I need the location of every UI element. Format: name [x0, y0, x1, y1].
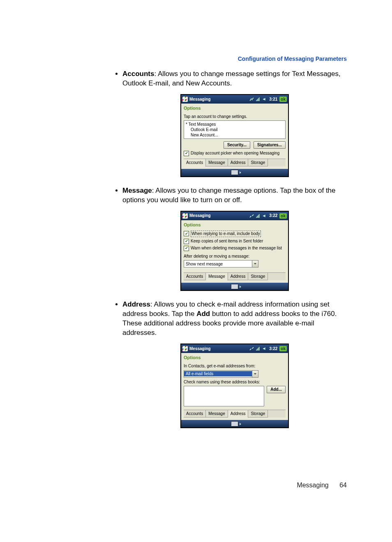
speaker-icon — [263, 214, 267, 218]
bullet-accounts-term: Accounts — [122, 70, 154, 78]
checkbox-account-picker[interactable] — [184, 151, 189, 156]
screenshot-message: Messaging 3:22 ok Options When replying … — [180, 211, 289, 291]
combo-value: Show next message — [184, 261, 252, 267]
checkbox-label: Display account picker when opening Mess… — [191, 150, 279, 156]
tab-message[interactable]: Message — [206, 159, 228, 166]
tab-storage[interactable]: Storage — [248, 273, 268, 280]
connectivity-icon — [249, 346, 254, 351]
checkbox-include-body[interactable] — [184, 231, 189, 236]
keyboard-icon[interactable] — [231, 421, 238, 427]
bullet-address-term: Address — [122, 300, 150, 308]
keyboard-icon[interactable] — [231, 170, 238, 175]
after-delete-combo[interactable]: Show next message — [184, 260, 258, 268]
start-icon — [182, 97, 188, 102]
signal-icon — [256, 346, 261, 351]
ok-button[interactable]: ok — [279, 346, 287, 351]
signal-icon — [256, 214, 261, 218]
titlebar-title: Messaging — [189, 346, 211, 352]
tabstrip: Accounts Message Address Storage — [184, 410, 286, 417]
list-item[interactable]: Outlook E-mail — [186, 127, 284, 132]
tabstrip: Accounts Message Address Storage — [184, 159, 286, 166]
tab-address[interactable]: Address — [228, 159, 249, 166]
sip-bar — [181, 420, 288, 427]
connectivity-icon — [249, 214, 254, 218]
tab-storage[interactable]: Storage — [248, 159, 268, 166]
titlebar-title: Messaging — [189, 213, 211, 219]
page-footer: Messaging 64 — [115, 482, 347, 489]
bullet-message-desc: : Allows you to change message options. … — [122, 187, 336, 204]
chevron-down-icon[interactable] — [252, 371, 258, 377]
footer-page-number: 64 — [339, 482, 347, 489]
list-item[interactable]: Text Messages — [186, 122, 284, 127]
tab-address[interactable]: Address — [228, 410, 249, 418]
combo-value: All e-mail fields — [184, 371, 252, 377]
tab-accounts[interactable]: Accounts — [184, 410, 206, 417]
start-icon — [182, 213, 188, 219]
check-names-label: Check names using these address books: — [184, 379, 286, 385]
chevron-down-icon[interactable] — [252, 261, 258, 267]
titlebar: Messaging 3:21 ok — [181, 95, 288, 104]
keyboard-icon[interactable] — [231, 284, 238, 289]
titlebar: Messaging 3:22 ok — [181, 212, 288, 220]
add-button[interactable]: Add... — [267, 386, 286, 393]
titlebar-title: Messaging — [189, 97, 211, 102]
tab-message[interactable]: Message — [206, 410, 228, 417]
contacts-source-combo[interactable]: All e-mail fields — [184, 370, 258, 378]
bullet-accounts-desc: : Allows you to change message settings … — [122, 70, 341, 87]
section-header: Configuration of Messaging Parameters — [115, 55, 347, 62]
titlebar-time: 3:22 — [269, 346, 277, 352]
bullet-address: Address: Allows you to check e-mail addr… — [122, 300, 347, 428]
tab-accounts[interactable]: Accounts — [184, 159, 206, 167]
bullet-message-term: Message — [122, 187, 152, 194]
checkbox-keep-sent[interactable] — [184, 239, 189, 244]
checkbox-label: Keep copies of sent items in Sent folder — [191, 238, 263, 244]
sip-bar — [181, 169, 288, 176]
ok-button[interactable]: ok — [279, 97, 287, 102]
connectivity-icon — [249, 97, 254, 101]
titlebar-time: 3:21 — [269, 97, 277, 102]
screenshot-address: Messaging 3:22 ok Options In Contacts, g… — [180, 344, 289, 428]
speaker-icon — [263, 346, 267, 351]
hint-text: Tap an account to change settings. — [184, 114, 286, 120]
sip-bar — [181, 283, 288, 290]
address-books-listbox[interactable] — [184, 386, 264, 406]
checkbox-label: Warn when deleting messages in the messa… — [191, 245, 282, 251]
footer-section: Messaging — [297, 482, 328, 489]
signal-icon — [256, 97, 261, 101]
accounts-listbox[interactable]: Text Messages Outlook E-mail New Account… — [184, 120, 286, 139]
tab-address[interactable]: Address — [228, 273, 249, 280]
options-header: Options — [181, 104, 288, 112]
options-header: Options — [181, 220, 288, 229]
bullet-message: Message: Allows you to change message op… — [122, 186, 347, 291]
bullet-accounts: Accounts: Allows you to change message s… — [122, 69, 347, 177]
tab-message[interactable]: Message — [206, 273, 228, 281]
tab-storage[interactable]: Storage — [248, 410, 268, 417]
start-icon — [182, 346, 188, 351]
after-delete-label: After deleting or moving a message: — [184, 254, 286, 259]
options-header: Options — [181, 353, 288, 362]
tabstrip: Accounts Message Address Storage — [184, 272, 286, 280]
tab-accounts[interactable]: Accounts — [184, 273, 206, 280]
signatures-button[interactable]: Signatures... — [254, 141, 286, 149]
screenshot-accounts: Messaging 3:21 ok Options Tap an account… — [180, 94, 289, 177]
checkbox-label: When replying to e-mail, include body — [191, 231, 261, 237]
contacts-source-label: In Contacts, get e-mail addresses from: — [184, 363, 286, 369]
titlebar: Messaging 3:22 ok — [181, 344, 288, 353]
security-button[interactable]: Security... — [224, 141, 250, 149]
speaker-icon — [263, 97, 267, 101]
ok-button[interactable]: ok — [279, 213, 287, 219]
titlebar-time: 3:22 — [269, 213, 277, 219]
list-item[interactable]: New Account... — [186, 132, 284, 138]
bullet-address-add-word: Add — [196, 310, 210, 318]
checkbox-warn-delete[interactable] — [184, 246, 189, 251]
